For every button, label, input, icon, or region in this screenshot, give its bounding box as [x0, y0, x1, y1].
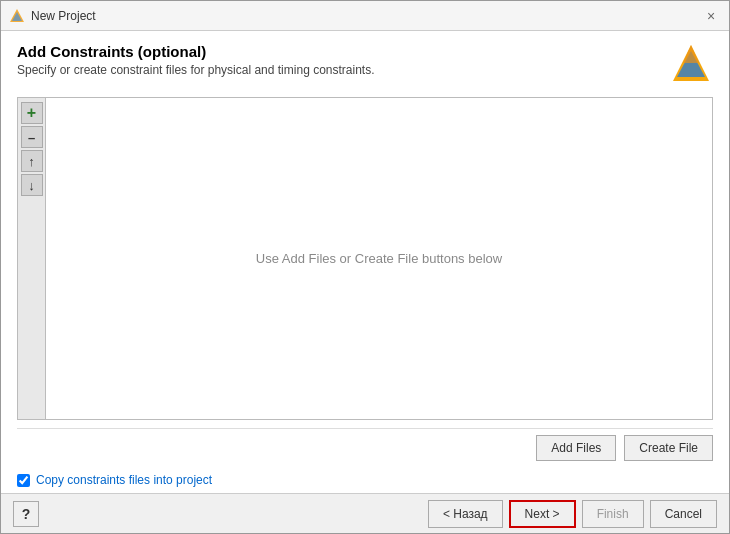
files-list-area: Use Add Files or Create File buttons bel… [46, 98, 712, 419]
copy-constraints-label[interactable]: Copy constraints files into project [36, 473, 212, 487]
help-button[interactable]: ? [13, 501, 39, 527]
files-panel: + – ↑ ↓ Use Add Files or Create File but… [17, 97, 713, 420]
move-down-button[interactable]: ↓ [21, 174, 43, 196]
add-files-button[interactable]: Add Files [536, 435, 616, 461]
add-button[interactable]: + [21, 102, 43, 124]
files-placeholder: Use Add Files or Create File buttons bel… [256, 251, 502, 266]
close-button[interactable]: × [701, 6, 721, 26]
footer-right: < Назад Next > Finish Cancel [428, 500, 717, 528]
vivado-logo [669, 43, 713, 87]
checkbox-row: Copy constraints files into project [17, 467, 713, 493]
title-bar: New Project × [1, 1, 729, 31]
create-file-button[interactable]: Create File [624, 435, 713, 461]
title-bar-title: New Project [31, 9, 96, 23]
header-section: Add Constraints (optional) Specify or cr… [17, 43, 713, 87]
footer: ? < Назад Next > Finish Cancel [1, 493, 729, 533]
header-text: Add Constraints (optional) Specify or cr… [17, 43, 375, 77]
move-up-button[interactable]: ↑ [21, 150, 43, 172]
cancel-button[interactable]: Cancel [650, 500, 717, 528]
footer-left: ? [13, 501, 39, 527]
back-button[interactable]: < Назад [428, 500, 503, 528]
page-heading: Add Constraints (optional) [17, 43, 375, 60]
page-description: Specify or create constraint files for p… [17, 63, 375, 77]
side-toolbar: + – ↑ ↓ [18, 98, 46, 419]
action-buttons: Add Files Create File [17, 428, 713, 467]
svg-marker-4 [683, 45, 699, 63]
app-icon [9, 8, 25, 24]
content-area: Add Constraints (optional) Specify or cr… [1, 31, 729, 493]
main-window: New Project × Add Constraints (optional)… [0, 0, 730, 534]
title-bar-left: New Project [9, 8, 96, 24]
remove-button[interactable]: – [21, 126, 43, 148]
finish-button[interactable]: Finish [582, 500, 644, 528]
next-button[interactable]: Next > [509, 500, 576, 528]
copy-constraints-checkbox[interactable] [17, 474, 30, 487]
